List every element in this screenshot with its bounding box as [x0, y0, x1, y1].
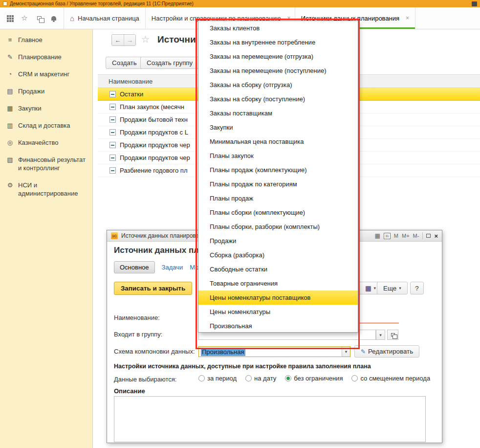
list-item-icon [109, 142, 116, 148]
window-title: Демонстрационная база / Управление торго… [10, 1, 194, 6]
notifications-bell-icon[interactable] [48, 12, 60, 24]
radio-icon[interactable] [351, 375, 358, 381]
dropdown-option[interactable]: Заказы клиентов [198, 21, 358, 35]
settings-section-header: Настройки источника данных, доступные пр… [114, 363, 371, 370]
dropdown-option[interactable]: Сборка (разборка) [198, 248, 358, 262]
app-icon [3, 1, 7, 6]
radio-bez-ogranicheniya[interactable]: без ограничения [285, 375, 343, 382]
schema-field-label: Схема компоновки данных: [114, 348, 195, 355]
favorite-toggle-star-icon[interactable]: ☆ [141, 34, 150, 45]
window-titlebar: Демонстрационная база / Управление торго… [0, 0, 480, 7]
dropdown-option[interactable]: Свободные остатки [198, 262, 358, 276]
dropdown-option[interactable]: Планы продаж [198, 191, 358, 205]
dropdown-option[interactable]: Заказы на внутреннее потребление [198, 35, 358, 49]
dropdown-caret-icon: ▾ [379, 333, 382, 337]
history-icon[interactable] [33, 12, 45, 24]
memory-button-m-minus[interactable]: M- [413, 233, 419, 239]
dropdown-option[interactable]: Планы продаж (комплектующие) [198, 163, 358, 177]
form-title: Источник данных пл [114, 246, 199, 255]
dropdown-caret-icon: ▾ [399, 286, 401, 291]
dropdown-option[interactable]: Планы сборки (комплектующие) [198, 205, 358, 220]
window-controls-icon[interactable] [472, 1, 477, 6]
dropdown-option[interactable]: Минимальная цена поставщика [198, 134, 358, 149]
radio-icon-selected[interactable] [285, 375, 291, 381]
schema-dropdown-list: Заказы клиентов Заказы на внутреннее пот… [198, 21, 358, 333]
dropdown-option[interactable]: Произвольная [198, 319, 358, 333]
schema-dropdown-button[interactable]: ▾ [342, 347, 350, 357]
sidebar-item-treasury[interactable]: ◎Казначейство [0, 134, 92, 151]
sidebar-item-sales[interactable]: ▤Продажи [0, 83, 92, 100]
calculator-icon[interactable]: ▦ [374, 232, 380, 239]
navigation-buttons: ← → [111, 34, 136, 46]
dropdown-option-highlighted[interactable]: Цены номенклатуры поставщиков [198, 291, 358, 305]
period-radio-group: за период на дату без ограничения со сме… [198, 375, 430, 382]
dropdown-option[interactable]: Планы продаж по категориям [198, 177, 358, 191]
radio-na-datu[interactable]: на дату [245, 375, 276, 382]
sidebar-item-crm[interactable]: ◔CRM и маркетинг [0, 66, 92, 83]
favorites-star-icon[interactable]: ☆ [19, 12, 30, 24]
description-textarea[interactable] [114, 396, 426, 442]
divider [422, 232, 423, 239]
radio-icon[interactable] [245, 375, 252, 381]
list-item-icon [109, 104, 116, 110]
calendar-icon[interactable]: 31 [384, 233, 391, 239]
create-group-button[interactable]: Создать группу [140, 57, 199, 69]
dropdown-option[interactable]: Планы закупок [198, 149, 358, 163]
dropdown-option[interactable]: Заказы на перемещение (отгрузка) [198, 49, 358, 64]
save-and-close-button[interactable]: Записать и закрыть [114, 282, 192, 295]
more-button[interactable]: Еще▾ [377, 282, 408, 294]
list-item-icon [109, 116, 116, 123]
help-button[interactable]: ? [410, 282, 424, 294]
toolbar-icons: ☆ [0, 7, 64, 29]
treasury-icon: ◎ [6, 138, 14, 147]
administration-icon: ⚙ [6, 181, 14, 189]
dropdown-option[interactable]: Заказы на сборку (отгрузка) [198, 78, 358, 92]
dropdown-caret-icon: ▾ [374, 286, 376, 291]
group-dropdown-button[interactable]: ▾ [376, 330, 385, 340]
back-button[interactable]: ← [112, 35, 124, 45]
list-item-icon [109, 167, 116, 174]
sidebar-item-administration[interactable]: ⚙НСИ и администрирование [0, 177, 92, 202]
close-icon[interactable]: × [434, 232, 438, 240]
dropdown-option[interactable]: Цены номенклатуры [198, 305, 358, 319]
radio-za-period[interactable]: за период [198, 375, 237, 382]
tab-my-notes[interactable]: Мо [190, 264, 198, 271]
sales-icon: ▤ [6, 87, 14, 95]
tab-general[interactable]: Основное [114, 261, 155, 273]
tab-home[interactable]: ⌂ Начальная страница [64, 7, 146, 29]
create-button[interactable]: Создать [106, 57, 143, 69]
name-field-label: Наименование: [114, 314, 160, 321]
maximize-icon[interactable] [426, 234, 431, 238]
memory-button-m[interactable]: M [394, 233, 398, 239]
dropdown-option[interactable]: Планы сборки, разборки (комплекты) [198, 220, 358, 234]
tab-close-icon[interactable]: × [406, 15, 409, 22]
radio-so-smescheniem[interactable]: со смещением периода [351, 375, 430, 382]
grid-icon: ▦ [365, 285, 371, 292]
schema-selected-value: Произвольная [201, 348, 245, 356]
forward-button[interactable]: → [124, 35, 135, 45]
list-item-icon [109, 129, 116, 135]
dropdown-option[interactable]: Товарные ограничения [198, 276, 358, 291]
edit-schema-button[interactable]: ✎Редактировать [354, 345, 419, 358]
sidebar-item-main[interactable]: ≡Главное [0, 31, 92, 48]
tab-tasks[interactable]: Задачи [162, 264, 183, 271]
crm-icon: ◔ [6, 70, 14, 78]
dropdown-option[interactable]: Заказы поставщикам [198, 106, 358, 120]
group-open-button[interactable] [387, 330, 398, 340]
sidebar-item-purchases[interactable]: ▦Закупки [0, 100, 92, 117]
sections-sidebar: ≡Главное ✎Планирование ◔CRM и маркетинг … [0, 29, 93, 448]
dropdown-option[interactable]: Закупки [198, 120, 358, 134]
planning-icon: ✎ [6, 53, 14, 61]
sidebar-item-planning[interactable]: ✎Планирование [0, 48, 92, 66]
sections-menu-icon[interactable] [4, 12, 16, 24]
radio-icon[interactable] [198, 375, 205, 381]
dropdown-caret-icon: ▾ [345, 349, 348, 354]
sidebar-item-finance[interactable]: ▧Финансовый результат и контроллинг [0, 151, 92, 177]
dropdown-option[interactable]: Заказы на перемещение (поступление) [198, 64, 358, 78]
schema-combobox[interactable]: Произвольная ▾ [198, 346, 350, 357]
dropdown-option[interactable]: Продажи [198, 234, 358, 248]
memory-button-m-plus[interactable]: M+ [402, 233, 410, 239]
sidebar-item-warehouse[interactable]: ▥Склад и доставка [0, 117, 92, 134]
dropdown-option[interactable]: Заказы на сборку (поступление) [198, 92, 358, 106]
page-title: Источни [157, 34, 196, 45]
